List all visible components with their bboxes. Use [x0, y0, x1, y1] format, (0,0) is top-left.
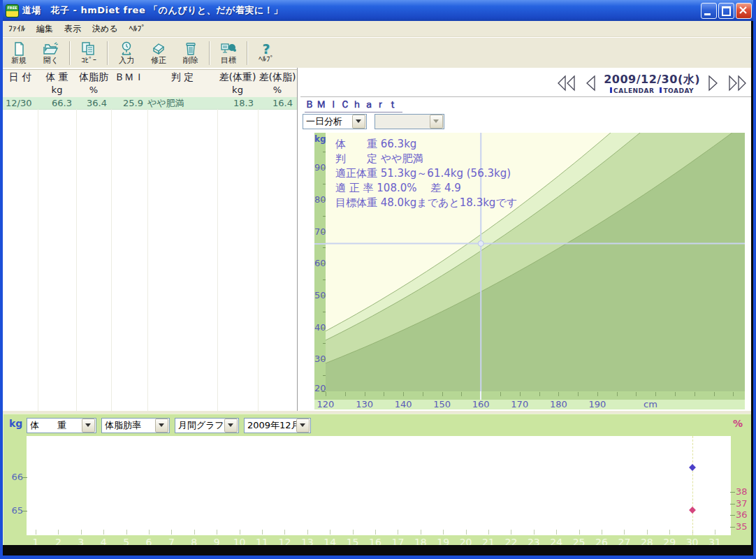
y-axis-minor-tick	[323, 184, 326, 184]
y-axis-minor-tick	[323, 152, 326, 152]
edit-button[interactable]: 修正	[143, 39, 175, 67]
day-axis-tick	[624, 530, 625, 535]
cell-bmi: 25.9	[111, 97, 147, 109]
right-axis-tick	[730, 515, 735, 516]
menu-file[interactable]: ﾌｧｲﾙ	[3, 22, 31, 35]
x-axis-tick-label: 130	[354, 400, 375, 409]
dropdown-arrow-icon	[296, 419, 310, 433]
bmi-chart: 体 重 66.3kg判 定 やや肥満適正体重 51.3kg～61.4kg (56…	[314, 133, 745, 409]
x-axis-tick	[384, 392, 384, 396]
dropdown-arrow-icon	[352, 115, 365, 129]
calendar-marker-icon	[610, 87, 612, 93]
day-axis-tick	[330, 530, 330, 535]
day-axis-tick	[284, 530, 285, 535]
x-axis-tick	[597, 392, 598, 396]
col-date: 日 付	[3, 70, 38, 84]
right-axis-tick	[730, 504, 735, 504]
left-axis-tick	[22, 477, 27, 478]
crosshair-extension	[314, 243, 326, 245]
day-axis-tick	[126, 530, 127, 535]
x-axis-tick	[675, 392, 676, 396]
right-axis-unit: %	[733, 418, 743, 429]
month-select[interactable]: 2009年12月	[244, 418, 311, 433]
x-axis-tick	[326, 392, 326, 396]
application-window: FREE 道場 花子 - hmDiet free 「のんびりと、だが着実に！」 …	[0, 0, 756, 559]
copy-button[interactable]: ｺﾋﾟｰ	[73, 39, 105, 67]
day-axis-tick	[556, 530, 557, 535]
help-icon: ?	[262, 43, 270, 55]
copy-icon	[80, 41, 97, 57]
next-date-button[interactable]	[707, 74, 720, 92]
secondary-select	[375, 114, 444, 129]
x-axis-tick	[461, 392, 462, 396]
column-divider	[217, 109, 218, 411]
column-divider	[38, 109, 38, 411]
graph-type-select[interactable]: 月間グラフ	[175, 418, 239, 433]
day-axis-tick	[307, 530, 308, 535]
left-axis-tick	[22, 511, 27, 511]
tool-label: ｺﾋﾟｰ	[81, 57, 96, 65]
today-link[interactable]: TOADAY	[660, 87, 694, 94]
right-axis-tick-label: 35	[736, 522, 751, 531]
delete-button[interactable]: 削除	[175, 39, 207, 67]
col-unit: kg	[217, 84, 258, 96]
column-divider	[147, 109, 148, 411]
col-unit: %	[76, 84, 111, 96]
close-button[interactable]	[736, 3, 752, 19]
metric-left-select[interactable]: 体 重	[27, 418, 96, 433]
menu-decide[interactable]: 決める	[87, 22, 124, 36]
analysis-mode-select[interactable]: 一日分析	[303, 114, 367, 129]
menu-edit[interactable]: 編集	[31, 22, 59, 36]
goal-button[interactable]: 目標	[212, 39, 245, 67]
title-bar[interactable]: FREE 道場 花子 - hmDiet free 「のんびりと、だが着実に！」	[0, 0, 756, 21]
x-axis-tick	[578, 392, 579, 396]
tool-label: ﾍﾙﾌﾟ	[259, 55, 274, 64]
minimize-button[interactable]	[701, 3, 717, 19]
day-axis-tick	[171, 530, 172, 535]
day-axis-tick	[443, 530, 444, 535]
help-button[interactable]: ? ﾍﾙﾌﾟ	[250, 39, 282, 67]
x-axis-tick	[403, 392, 404, 396]
open-button[interactable]: 開く	[35, 39, 67, 67]
cell-judge: やや肥満	[147, 97, 217, 109]
bmi-info-line: 体 重 66.3kg	[335, 137, 517, 152]
col-diff-weight: 差(体重)	[217, 70, 258, 84]
current-date: 2009/12/30(水) CALENDAR TOADAY	[604, 73, 700, 94]
day-axis-tick	[647, 530, 648, 535]
day-axis-tick	[669, 530, 670, 535]
y-axis-unit-label: kg	[314, 134, 326, 144]
column-divider	[111, 109, 112, 411]
day-axis-tick	[149, 530, 150, 535]
menu-view[interactable]: 表示	[59, 22, 87, 36]
x-axis-tick-label: 150	[432, 400, 453, 409]
input-button[interactable]: 入力	[110, 39, 143, 67]
y-axis-tick	[321, 168, 326, 168]
metric-right-select[interactable]: 体脂肪率	[101, 418, 170, 433]
col-diff-fat: 差(体脂)	[258, 70, 297, 84]
minimize-icon	[704, 13, 711, 15]
new-button[interactable]: 新規	[3, 39, 35, 67]
highlight-day-line	[692, 436, 693, 535]
day-axis-tick	[217, 530, 217, 535]
double-left-arrow-icon	[556, 74, 577, 92]
menu-help[interactable]: ﾍﾙﾌﾟ	[124, 22, 152, 35]
prev-date-button[interactable]	[584, 74, 597, 92]
col-weight: 体 重	[38, 70, 76, 84]
calendar-link[interactable]: CALENDAR	[610, 87, 654, 94]
day-axis-tick	[36, 530, 36, 535]
table-row[interactable]: 12/30 66.3 36.4 25.9 やや肥満 18.3 16.4	[3, 97, 297, 110]
day-axis-tick	[194, 530, 195, 535]
day-axis-tick	[81, 530, 82, 535]
divider	[300, 96, 753, 97]
maximize-button[interactable]	[718, 3, 734, 19]
monthly-graph-panel: kg % 体 重 体脂肪率 月間グラフ 2009年12月 12345678910…	[3, 414, 751, 546]
y-axis-tick	[321, 263, 326, 264]
bmi-info-line: 適正体重 51.3kg～61.4kg (56.3kg)	[335, 166, 517, 181]
col-unit	[111, 84, 147, 96]
first-date-button[interactable]	[556, 74, 577, 92]
last-date-button[interactable]	[727, 74, 748, 92]
x-axis-tick	[345, 392, 346, 396]
bmi-info-line: 目標体重 48.0kgまであと18.3kgです	[335, 196, 517, 210]
bmi-info-text: 体 重 66.3kg判 定 やや肥満適正体重 51.3kg～61.4kg (56…	[335, 137, 517, 210]
x-axis-tick	[636, 392, 637, 396]
